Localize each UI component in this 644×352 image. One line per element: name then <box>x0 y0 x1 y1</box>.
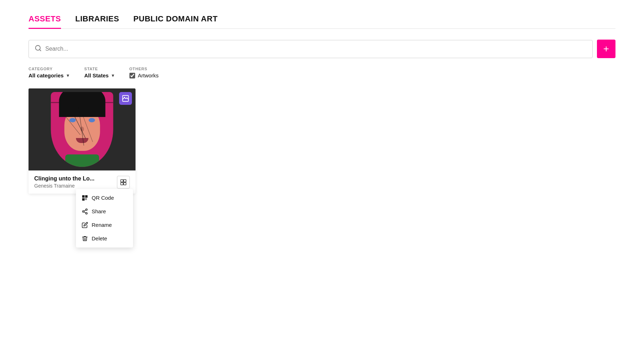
others-label: OTHERS <box>129 67 159 71</box>
svg-line-26 <box>84 210 86 211</box>
svg-rect-17 <box>83 199 84 200</box>
rename-icon <box>82 222 88 228</box>
svg-rect-9 <box>124 179 126 182</box>
state-value: All States <box>84 72 108 78</box>
search-input[interactable] <box>45 46 587 52</box>
artworks-checkbox[interactable] <box>129 73 135 78</box>
search-row: + <box>29 40 615 58</box>
artworks-label: Artworks <box>138 72 159 78</box>
svg-line-1 <box>40 49 41 51</box>
svg-rect-11 <box>124 182 126 185</box>
card-image-wrapper <box>29 88 136 170</box>
card-type-badge <box>119 92 132 105</box>
others-filter: OTHERS Artworks <box>129 67 159 78</box>
tab-libraries[interactable]: LIBRARIES <box>75 14 119 29</box>
filters-bar: CATEGORY All categories ▼ STATE All Stat… <box>29 67 615 78</box>
svg-rect-16 <box>86 196 87 197</box>
svg-rect-10 <box>121 182 123 185</box>
qr-code-label: QR Code <box>92 195 114 201</box>
card-menu-button[interactable]: QR Code <box>117 176 130 189</box>
category-select[interactable]: All categories ▼ <box>29 72 70 78</box>
tab-public-domain-art[interactable]: PUBLIC DOMAIN ART <box>133 14 218 29</box>
svg-point-7 <box>124 97 125 98</box>
category-filter: CATEGORY All categories ▼ <box>29 67 70 78</box>
card-title: Clinging unto the Lo... <box>34 175 94 182</box>
state-filter: STATE All States ▼ <box>84 67 115 78</box>
search-box <box>29 40 593 58</box>
state-select[interactable]: All States ▼ <box>84 72 115 78</box>
svg-rect-8 <box>121 179 123 182</box>
category-label: CATEGORY <box>29 67 70 71</box>
delete-icon <box>82 235 88 242</box>
context-menu-item-delete[interactable]: Delete <box>76 232 133 245</box>
state-chevron-icon: ▼ <box>111 73 115 78</box>
context-menu: QR Code <box>76 189 133 248</box>
category-chevron-icon: ▼ <box>66 73 70 78</box>
card-text: Clinging unto the Lo... Genesis Tramaine <box>34 175 94 189</box>
context-menu-item-rename[interactable]: Rename <box>76 218 133 232</box>
artworks-checkbox-row[interactable]: Artworks <box>129 72 159 78</box>
search-icon <box>35 45 42 53</box>
tab-assets[interactable]: ASSETS <box>29 14 61 29</box>
tabs-bar: ASSETS LIBRARIES PUBLIC DOMAIN ART <box>29 14 615 29</box>
state-label: STATE <box>84 67 115 71</box>
context-menu-item-qr-code[interactable]: QR Code <box>76 191 133 205</box>
svg-rect-15 <box>83 196 84 197</box>
cards-grid: Clinging unto the Lo... Genesis Tramaine <box>29 88 615 194</box>
share-icon <box>82 208 88 215</box>
card-info: Clinging unto the Lo... Genesis Tramaine <box>29 170 136 194</box>
share-label: Share <box>92 208 106 214</box>
asset-card: Clinging unto the Lo... Genesis Tramaine <box>29 88 136 194</box>
qr-code-icon <box>82 195 88 201</box>
rename-label: Rename <box>92 222 112 228</box>
add-button[interactable]: + <box>597 40 615 58</box>
svg-line-25 <box>84 212 86 213</box>
category-value: All categories <box>29 72 63 78</box>
context-menu-item-share[interactable]: Share <box>76 205 133 218</box>
card-subtitle: Genesis Tramaine <box>34 183 94 189</box>
delete-label: Delete <box>92 235 107 241</box>
